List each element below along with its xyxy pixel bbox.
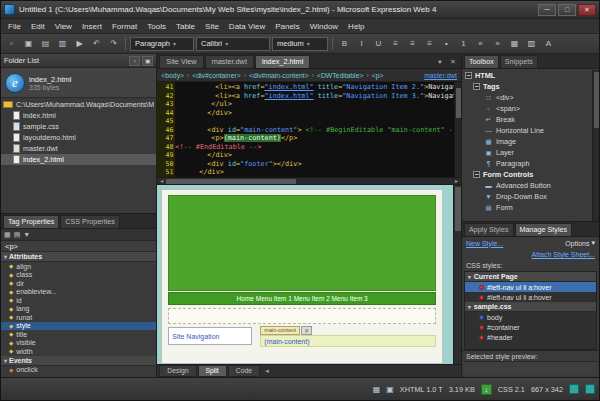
toolbox-item-div[interactable]: □<div>: [462, 92, 599, 103]
undo-button[interactable]: ↶: [89, 36, 104, 51]
bold-button[interactable]: B: [337, 36, 352, 51]
categorized-view-icon[interactable]: ▦: [4, 231, 11, 239]
panel-tab-apply-styles[interactable]: Apply Styles: [464, 223, 514, 236]
document-tab-site-view[interactable]: Site View: [159, 55, 203, 68]
align-right-button[interactable]: ≡: [422, 36, 437, 51]
paragraph-style-select[interactable]: Paragraph ▾: [130, 37, 194, 51]
attribute-row-dir[interactable]: ◆dir: [1, 279, 156, 288]
style-item-left-nav-ul-li-a-hover[interactable]: #left-nav ul li a:hover: [465, 282, 596, 292]
folder-list-item-index-2-html[interactable]: index_2.html: [1, 154, 156, 165]
decrease-indent-button[interactable]: «: [473, 36, 488, 51]
section-header-attributes[interactable]: ▾Attributes: [1, 252, 156, 262]
close-button[interactable]: ✕: [578, 4, 596, 16]
code-scrollbar[interactable]: [454, 82, 461, 177]
panel-tab-tag-properties[interactable]: Tag Properties: [3, 215, 59, 228]
new-folder-button[interactable]: ▣: [142, 56, 153, 66]
toolbox-item-span[interactable]: ▫<span>: [462, 103, 599, 114]
new-style-link[interactable]: New Style...: [466, 240, 503, 247]
underline-button[interactable]: U: [371, 36, 386, 51]
breadcrumb-item-4[interactable]: <p>: [372, 72, 384, 79]
bulleted-list-button[interactable]: •: [439, 36, 454, 51]
editable-region-label[interactable]: main-content: [260, 326, 300, 335]
scroll-right-icon[interactable]: ►: [454, 178, 459, 184]
attribute-row-class[interactable]: ◆class: [1, 271, 156, 280]
folder-list-item-master-dwt[interactable]: master.dwt: [1, 143, 156, 154]
attribute-row-enableview[interactable]: ◆enableview...: [1, 288, 156, 297]
p-tag-label[interactable]: p: [301, 326, 312, 335]
scrollbar-thumb[interactable]: [594, 72, 599, 128]
menu-edit[interactable]: Edit: [26, 21, 50, 32]
align-left-button[interactable]: ≡: [388, 36, 403, 51]
toolbox-item-paragraph[interactable]: ¶Paragraph: [462, 158, 599, 169]
menu-file[interactable]: File: [3, 21, 26, 32]
attribute-row-width[interactable]: ◆width: [1, 347, 156, 356]
menu-insert[interactable]: Insert: [77, 21, 107, 32]
maximize-button[interactable]: □: [558, 4, 576, 16]
folder-list-item-index-html[interactable]: index.html: [1, 110, 156, 121]
attribute-row-visible[interactable]: ◆visible: [1, 339, 156, 348]
attribute-row-title[interactable]: ◆title: [1, 330, 156, 339]
breadcrumb-item-3[interactable]: <DWTeditable>: [317, 72, 363, 79]
toolbox-group-html[interactable]: −HTML: [462, 70, 599, 81]
view-tabs-scroll-icon[interactable]: ◄: [264, 368, 270, 374]
breadcrumb-item-0[interactable]: <body>: [161, 72, 184, 79]
design-header-block[interactable]: [168, 195, 436, 291]
folder-list-item-sample-css[interactable]: sample.css: [1, 121, 156, 132]
event-row-onclick[interactable]: ◆onclick: [1, 366, 156, 375]
numbered-list-button[interactable]: 1: [456, 36, 471, 51]
minimize-button[interactable]: ─: [538, 4, 556, 16]
font-family-select[interactable]: Calibri ▾: [196, 37, 270, 51]
menu-view[interactable]: View: [50, 21, 77, 32]
style-application-icon[interactable]: ▣: [386, 385, 394, 394]
breadcrumb-item-2[interactable]: <div#main-content>: [249, 72, 309, 79]
toolbox-item-form[interactable]: ▤Form: [462, 202, 599, 213]
menu-panels[interactable]: Panels: [270, 21, 304, 32]
menu-format[interactable]: Format: [107, 21, 142, 32]
css-schema-indicator[interactable]: CSS 2.1: [498, 385, 525, 394]
toolbox-item-advanced-button[interactable]: ▬Advanced Button: [462, 180, 599, 191]
design-menu-bar[interactable]: Home Menu Item 1 Menu Item 2 Menu Item 3: [168, 292, 436, 305]
print-button[interactable]: ▥: [55, 36, 70, 51]
page-dimensions-indicator[interactable]: 667 x 342: [531, 385, 563, 394]
italic-button[interactable]: I: [354, 36, 369, 51]
attribute-row-lang[interactable]: ◆lang: [1, 305, 156, 314]
toolbox-group-tags[interactable]: −Tags: [462, 81, 599, 92]
template-link[interactable]: master.dwt: [424, 72, 457, 79]
menu-table[interactable]: Table: [171, 21, 200, 32]
folder-tree-root[interactable]: C:\Users\Muhammad.Waqas\Documents\M: [1, 99, 156, 110]
menu-tools[interactable]: Tools: [142, 21, 171, 32]
alphabetical-sort-icon[interactable]: ▤: [14, 231, 21, 239]
font-color-button[interactable]: A: [541, 36, 556, 51]
scrollbar-thumb[interactable]: [456, 88, 461, 118]
options-dropdown[interactable]: Options ▾: [565, 239, 595, 247]
style-item-container[interactable]: #container: [465, 322, 596, 332]
menu-site[interactable]: Site: [200, 21, 224, 32]
scrollbar-thumb[interactable]: [455, 187, 461, 231]
panel-tab-manage-styles[interactable]: Manage Styles: [515, 223, 573, 236]
design-view[interactable]: Home Menu Item 1 Menu Item 2 Menu Item 3…: [157, 185, 461, 364]
borders-button[interactable]: ▦: [507, 36, 522, 51]
toolbox-item-layer[interactable]: ▣Layer: [462, 147, 599, 158]
toolbox-scrollbar[interactable]: [592, 70, 599, 221]
tab-list-dropdown-button[interactable]: ▾: [434, 57, 446, 68]
new-page-button[interactable]: ▫: [129, 56, 140, 66]
style-item-left-nav-ul-li-a-hover[interactable]: #left-nav ul li a:hover: [465, 292, 596, 302]
document-tab-index-2-html[interactable]: index_2.html: [255, 55, 310, 68]
panel-tab-snippets[interactable]: Snippets: [500, 55, 538, 68]
scroll-left-icon[interactable]: ◄: [159, 178, 164, 184]
view-tab-code[interactable]: Code: [228, 365, 260, 377]
visual-aids-icon[interactable]: ▦: [373, 385, 381, 394]
toolbox-item-drop-down-box[interactable]: ▼Drop-Down Box: [462, 191, 599, 202]
attribute-row-style[interactable]: ◆style: [1, 322, 156, 331]
design-site-navigation[interactable]: Site Navigation: [168, 327, 252, 345]
open-file-button[interactable]: ▣: [21, 36, 36, 51]
attribute-row-align[interactable]: ◆align: [1, 262, 156, 271]
doctype-indicator[interactable]: XHTML 1.0 T: [400, 385, 443, 394]
folder-list-item-layoutdemo-html[interactable]: layoutdemo.html: [1, 132, 156, 143]
toolbox-group-form-controls[interactable]: −Form Controls: [462, 169, 599, 180]
panel-tab-toolbox[interactable]: Toolbox: [464, 55, 499, 68]
highlight-color-button[interactable]: ▨: [524, 36, 539, 51]
style-item-header[interactable]: #header: [465, 332, 596, 342]
view-tab-split[interactable]: Split: [198, 365, 227, 377]
show-set-properties-icon[interactable]: ▼: [23, 231, 30, 238]
